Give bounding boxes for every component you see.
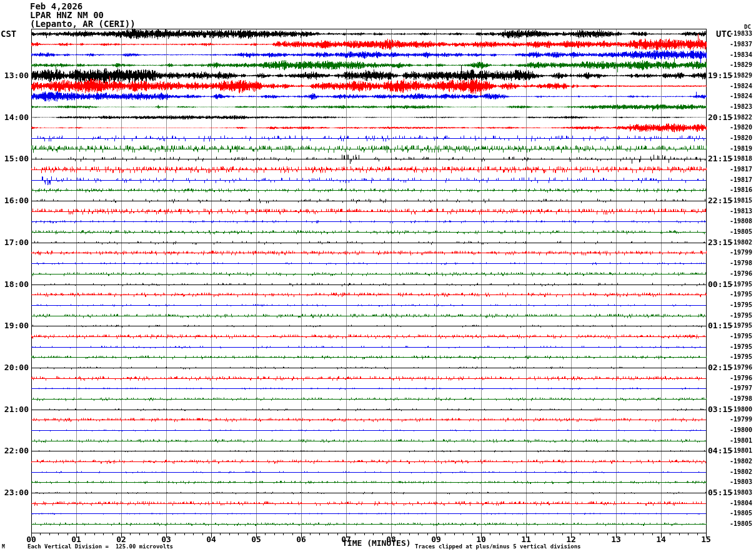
dc-offset-value: -19802	[730, 458, 752, 465]
dc-offset-value: -19820	[730, 135, 752, 141]
utc-time-label: 00:15	[708, 280, 732, 288]
dc-offset-value: -19822	[730, 114, 752, 121]
x-axis-tick-label: 10	[472, 535, 490, 544]
utc-time-label: 21:15	[708, 154, 732, 163]
cst-time-label: 23:00	[0, 488, 29, 496]
corner-watermark: M	[2, 544, 5, 550]
x-axis-tick-label: 02	[112, 535, 131, 544]
dc-offset-value: -19813	[730, 208, 752, 214]
dc-offset-value: -19823	[730, 104, 752, 110]
helicorder-screen: Feb 4,2026 LPAR HNZ NM 00 (Lepanto, AR (…	[0, 0, 756, 554]
dc-offset-value: -19805	[730, 521, 752, 527]
dc-offset-value: -19817	[730, 177, 752, 183]
dc-offset-value: -19804	[730, 500, 752, 506]
dc-offset-value: -19800	[730, 427, 752, 433]
cst-time-label: 13:00	[0, 71, 29, 79]
dc-offset-value: -19796	[730, 365, 752, 371]
dc-offset-value: -19795	[730, 333, 752, 340]
x-axis-tick-label: 05	[247, 535, 266, 544]
dc-offset-value: -19795	[730, 281, 752, 288]
x-axis-tick-label: 12	[562, 535, 580, 544]
x-axis-tick-label: 06	[292, 535, 311, 544]
x-axis-title: TIME (MINUTES)	[342, 538, 411, 548]
x-axis-tick-label: 14	[652, 535, 670, 544]
dc-offset-value: -19797	[730, 385, 752, 391]
dc-offset-value: -19795	[730, 354, 752, 360]
dc-offset-value: -19798	[730, 260, 752, 266]
x-axis-tick-label: 15	[697, 535, 715, 544]
utc-time-label: 04:15	[708, 446, 732, 455]
dc-offset-value: -19799	[730, 416, 752, 423]
cst-time-label: 16:00	[0, 196, 29, 204]
cst-time-label: 17:00	[0, 238, 29, 246]
dc-offset-header: DC	[744, 24, 751, 30]
header-date: Feb 4,2026	[30, 2, 82, 11]
cst-time-label: 15:00	[0, 154, 29, 163]
dc-offset-value: -19833	[730, 31, 752, 37]
dc-offset-value: -19819	[730, 146, 752, 152]
dc-offset-value: -19795	[730, 323, 752, 329]
x-axis-tick-label: 13	[607, 535, 625, 544]
dc-offset-value: -19815	[730, 198, 752, 204]
helicorder-traces-canvas	[0, 0, 756, 554]
dc-offset-value: -19801	[730, 448, 752, 454]
x-axis-tick-label: 03	[157, 535, 176, 544]
utc-time-label: 02:15	[708, 363, 732, 371]
vertical-division-note: Each Vertical Division = 125.00 microvol…	[27, 543, 173, 550]
dc-offset-value: -19802	[730, 469, 752, 475]
utc-time-label: 05:15	[708, 488, 732, 496]
utc-time-label: 22:15	[708, 196, 732, 204]
dc-offset-value: -19834	[730, 52, 752, 58]
dc-offset-value: -19829	[730, 73, 752, 79]
x-axis-tick-label: 11	[517, 535, 535, 544]
utc-time-label: 20:15	[708, 113, 732, 121]
utc-time-label: 23:15	[708, 238, 732, 246]
dc-offset-value: -19808	[730, 218, 752, 224]
x-axis-tick-label: 01	[67, 535, 86, 544]
dc-offset-value: -19799	[730, 249, 752, 256]
dc-offset-value: -19802	[730, 239, 752, 246]
dc-offset-value: -19818	[730, 156, 752, 162]
dc-offset-value: -19795	[730, 313, 752, 319]
dc-offset-value: -19817	[730, 166, 752, 173]
dc-offset-value: -19801	[730, 438, 752, 444]
utc-time-label: 03:15	[708, 405, 732, 413]
dc-offset-value: -19798	[730, 396, 752, 402]
dc-offset-value: -19800	[730, 406, 752, 413]
dc-offset-value: -19824	[730, 83, 752, 89]
dc-offset-value: -19803	[730, 490, 752, 496]
dc-offset-value: -19796	[730, 271, 752, 277]
cst-time-label: 14:00	[0, 113, 29, 121]
dc-offset-value: -19816	[730, 187, 752, 193]
cst-time-label: 20:00	[0, 363, 29, 371]
header-station-location: (Lepanto, AR (CERI))	[30, 19, 136, 28]
dc-offset-value: -19805	[730, 510, 752, 516]
x-axis-tick-label: 00	[22, 535, 41, 544]
dc-offset-value: -19795	[730, 302, 752, 308]
dc-offset-value: -19795	[730, 291, 752, 298]
dc-offset-value: -19795	[730, 344, 752, 350]
left-timezone-header: CST	[1, 29, 16, 39]
clipping-note: Traces clipped at plus/minus 5 vertical …	[415, 543, 581, 550]
utc-time-label: 19:15	[708, 71, 732, 79]
dc-offset-value: -19803	[730, 479, 752, 485]
x-axis-tick-label: 09	[427, 535, 445, 544]
dc-offset-value: -19796	[730, 375, 752, 381]
dc-offset-value: -19820	[730, 124, 752, 131]
cst-time-label: 21:00	[0, 405, 29, 413]
cst-time-label: 18:00	[0, 280, 29, 288]
dc-offset-value: -19824	[730, 93, 752, 99]
dc-offset-value: -19837	[730, 41, 752, 48]
dc-offset-value: -19829	[730, 62, 752, 68]
cst-time-label: 19:00	[0, 321, 29, 330]
x-axis-tick-label: 04	[202, 535, 221, 544]
cst-time-label: 22:00	[0, 446, 29, 455]
header-station-code: LPAR HNZ NM 00	[30, 11, 104, 19]
dc-offset-value: -19805	[730, 229, 752, 235]
utc-time-label: 01:15	[708, 321, 732, 330]
